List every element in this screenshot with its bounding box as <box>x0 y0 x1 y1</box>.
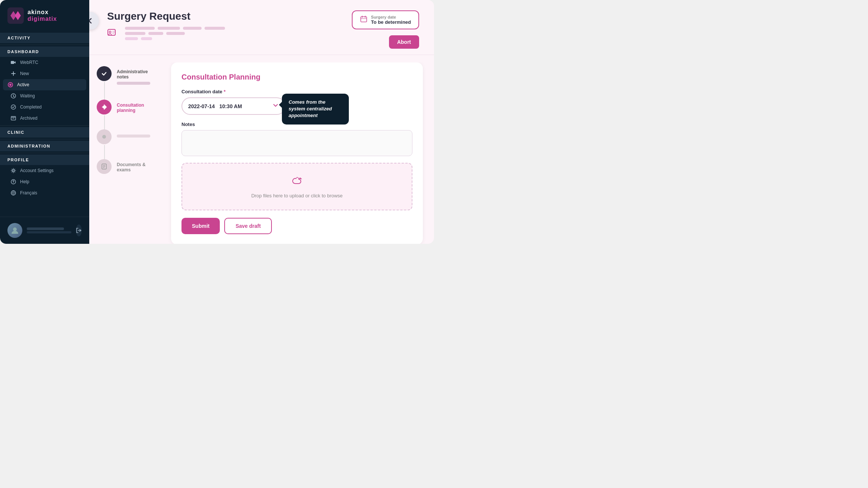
upload-link-icon <box>291 175 303 189</box>
sidebar: akinox digimatix ACTIVITY DASHBOARD WebR… <box>0 0 89 244</box>
avatar <box>7 223 22 238</box>
sidebar-item-label: Français <box>20 190 37 195</box>
sidebar-item-completed[interactable]: Completed <box>0 101 89 113</box>
svg-point-5 <box>9 84 12 86</box>
sidebar-item-administration[interactable]: ADMINISTRATION <box>0 141 89 151</box>
abort-button[interactable]: Abort <box>389 35 419 49</box>
archived-icon <box>10 115 16 121</box>
steps-panel: Administrative notes Consultation planni… <box>89 62 164 244</box>
sidebar-item-clinic[interactable]: CLINIC <box>0 127 89 138</box>
help-icon <box>10 179 16 185</box>
upload-zone[interactable]: Drop files here to upload or click to br… <box>181 163 412 210</box>
info-bar <box>125 32 145 35</box>
language-icon <box>10 190 16 196</box>
required-star: * <box>224 89 225 94</box>
step-bar <box>117 82 150 85</box>
time-value: 10:30 AM <box>219 103 242 109</box>
sidebar-item-account-settings[interactable]: Account Settings <box>0 165 89 176</box>
svg-rect-1 <box>11 61 14 64</box>
gear-icon <box>10 168 16 174</box>
page-header: Surgery Request <box>89 0 434 55</box>
sidebar-item-archived[interactable]: Archived <box>0 113 89 124</box>
header-right: Surgery date To be determined Abort <box>352 10 419 49</box>
user-name-bar <box>27 227 64 230</box>
step-bar <box>117 135 150 138</box>
content-area: Administrative notes Consultation planni… <box>89 55 434 244</box>
info-bar <box>125 27 155 30</box>
sidebar-item-active[interactable]: Active <box>3 79 86 90</box>
step-circle-upcoming <box>97 129 112 144</box>
sidebar-item-label: Active <box>17 82 29 87</box>
info-bar <box>205 27 225 30</box>
svg-point-10 <box>13 170 15 172</box>
form-panel: Consultation Planning Consultation date … <box>164 62 434 244</box>
divider <box>0 153 89 153</box>
svg-point-16 <box>109 31 111 33</box>
brand-name2: digimatix <box>28 16 57 22</box>
step-circle-upcoming-docs <box>97 159 112 174</box>
header-left: Surgery Request <box>107 10 225 40</box>
info-bar <box>158 27 180 30</box>
video-icon <box>10 59 16 65</box>
svg-point-14 <box>13 227 17 231</box>
waiting-icon <box>10 93 16 99</box>
avatar-placeholder <box>7 223 22 238</box>
step-label-documents: Documents & exams <box>117 162 156 172</box>
upload-text: Drop files here to upload or click to br… <box>251 193 343 198</box>
date-value: 2022-07-14 <box>188 103 215 109</box>
sidebar-item-help[interactable]: Help <box>0 176 89 187</box>
step-circle-current <box>97 100 112 114</box>
step-item-documents: Documents & exams <box>97 159 156 174</box>
sidebar-item-webrtc[interactable]: WebRTC <box>0 57 89 68</box>
surgery-date-value: To be determined <box>371 19 411 25</box>
sidebar-item-label: Completed <box>20 104 42 110</box>
logout-button[interactable] <box>76 224 82 236</box>
step-label-consultation: Consultation planning <box>117 103 156 113</box>
logo-area: akinox digimatix <box>0 7 89 33</box>
chevron-down-icon <box>272 102 279 110</box>
sidebar-item-waiting[interactable]: Waiting <box>0 90 89 101</box>
step-item-consultation: Consultation planning <box>97 100 156 114</box>
submit-button[interactable]: Submit <box>181 218 220 234</box>
divider <box>0 45 89 45</box>
svg-rect-20 <box>361 17 367 22</box>
sidebar-item-dashboard[interactable]: DASHBOARD <box>0 46 89 57</box>
user-info <box>27 227 71 233</box>
form-actions: Submit Save draft <box>181 218 412 234</box>
step-circle-completed <box>97 66 112 81</box>
info-bar <box>166 32 185 35</box>
notes-textarea[interactable] <box>181 130 412 156</box>
sidebar-item-label: Help <box>20 179 29 184</box>
sidebar-item-activity[interactable]: ACTIVITY <box>0 33 89 43</box>
surgery-date-info: Surgery date To be determined <box>371 15 411 25</box>
tooltip-box: Comes from the system centralized appoin… <box>282 94 349 125</box>
sidebar-item-francais[interactable]: Français <box>0 187 89 198</box>
consultation-card: Consultation Planning Consultation date … <box>171 62 423 244</box>
info-bar <box>183 27 202 30</box>
sidebar-item-label: WebRTC <box>20 60 38 65</box>
plus-icon <box>10 71 16 77</box>
user-role-bar <box>27 231 71 233</box>
info-bar <box>148 32 163 35</box>
divider <box>0 125 89 126</box>
date-time-container: 2022-07-14 10:30 AM Comes from the syste… <box>181 97 286 115</box>
sidebar-item-profile[interactable]: PROFILE <box>0 155 89 165</box>
active-icon <box>7 82 13 88</box>
logo-text: akinox digimatix <box>28 9 57 22</box>
step-item-admin-notes: Administrative notes <box>97 66 156 85</box>
logo-icon <box>7 7 24 24</box>
patient-icon <box>107 28 116 39</box>
surgery-date-badge: Surgery date To be determined <box>352 10 419 29</box>
sidebar-item-label: New <box>20 71 29 76</box>
svg-rect-8 <box>11 117 16 120</box>
sidebar-item-new[interactable]: New <box>0 68 89 79</box>
save-draft-button[interactable]: Save draft <box>224 218 272 234</box>
sidebar-item-label: Account Settings <box>20 168 54 173</box>
sidebar-item-label: Waiting <box>20 93 35 98</box>
calendar-icon <box>360 15 367 25</box>
completed-icon <box>10 104 16 110</box>
info-bar <box>141 37 152 40</box>
date-time-picker[interactable]: 2022-07-14 10:30 AM <box>181 97 286 115</box>
surgery-date-label: Surgery date <box>371 15 411 19</box>
page-title: Surgery Request <box>107 10 225 22</box>
